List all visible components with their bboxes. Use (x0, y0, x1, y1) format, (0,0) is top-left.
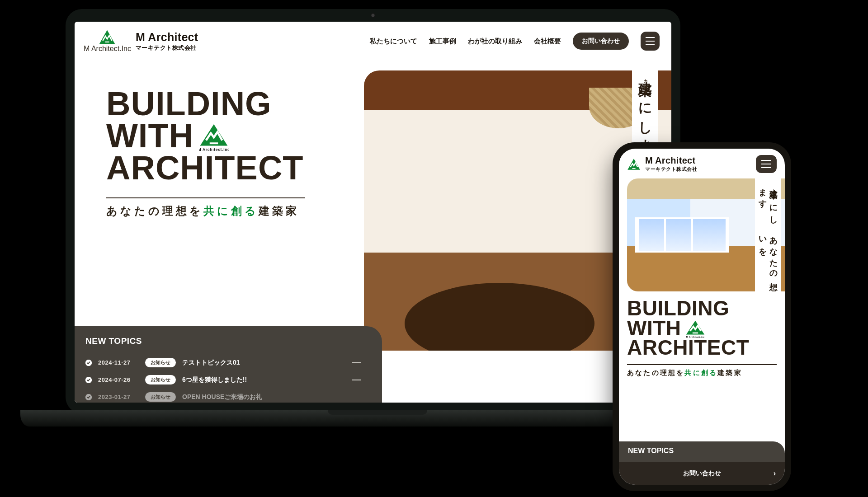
brand-name-ja: マーキテクト株式会社 (136, 44, 198, 52)
topic-badge: お知らせ (145, 392, 176, 402)
topic-badge: お知らせ (145, 358, 176, 367)
topic-date: 2024-07-26 (98, 376, 139, 383)
new-topics-heading: NEW TOPICS (85, 336, 361, 346)
contact-button[interactable]: お問い合わせ › (619, 462, 785, 485)
topic-title: 6つ星を獲得しました!! (182, 376, 247, 384)
chevron-right-icon: › (774, 469, 776, 478)
primary-nav: 私たちについて 施工事例 わが社の取り組み 会社概要 お問い合わせ (370, 32, 660, 51)
topic-row[interactable]: 2024-07-26 お知らせ 6つ星を獲得しました!! (85, 371, 361, 389)
desktop-header: M Architect.Inc M Architect マーキテクト株式会社 私… (75, 22, 671, 61)
hero-photo: あなたの想いを 建築カタチにします (627, 178, 785, 291)
topic-badge: お知らせ (145, 375, 176, 384)
nav-link-company[interactable]: 会社概要 (534, 37, 561, 46)
nav-link-about[interactable]: 私たちについて (370, 37, 417, 46)
nav-link-approach[interactable]: わが社の取り組み (468, 37, 522, 46)
topic-row[interactable]: 2024-11-27 お知らせ テストトピックス01 (85, 354, 361, 371)
mountain-logo-icon: M Architect.Inc (199, 122, 229, 150)
hero-title-line2: WITH (106, 120, 193, 152)
hero-title-line2: WITH (627, 319, 681, 338)
mountain-logo-icon: M Architect.Inc (685, 319, 705, 338)
brand-block[interactable]: M Architect マーキテクト株式会社 (627, 155, 697, 173)
hero-title-line3: ARCHITECT (106, 152, 304, 184)
hamburger-menu-button[interactable] (756, 155, 777, 173)
brand-name-ja: マーキテクト株式会社 (645, 166, 697, 173)
check-circle-icon (85, 377, 92, 383)
topic-date: 2023-01-27 (98, 394, 139, 400)
check-circle-icon (85, 360, 92, 366)
brand-block[interactable]: M Architect.Inc M Architect マーキテクト株式会社 (84, 29, 198, 53)
brand-logo-caption: M Architect.Inc (84, 45, 131, 53)
hero-title-line3: ARCHITECT (627, 338, 749, 358)
new-topics-panel: NEW TOPICS 2024-11-27 お知らせ テストトピックス01 20… (75, 326, 382, 403)
hero-vertical-copy: あなたの想いを 建築カタチにします (755, 178, 781, 291)
phone-device-frame: M Architect マーキテクト株式会社 あなたの想いを 建築カタチにします (613, 142, 791, 491)
minus-icon (352, 380, 361, 380)
mountain-logo-icon (99, 29, 116, 45)
hero-title-line1: BUILDING (627, 299, 729, 319)
new-topics-heading: NEW TOPICS (619, 441, 785, 462)
hamburger-menu-button[interactable] (641, 32, 660, 51)
hero-title-line1: BUILDING (106, 88, 272, 120)
minus-icon (352, 362, 361, 363)
brand-name-en: M Architect (136, 31, 198, 44)
nav-link-works[interactable]: 施工事例 (429, 37, 456, 46)
laptop-device-frame: M Architect.Inc M Architect マーキテクト株式会社 私… (66, 9, 680, 413)
hero-subtitle: あなたの理想を共に創る建築家 (627, 369, 777, 377)
check-circle-icon (85, 394, 92, 400)
hero-section: BUILDING WITH M Architect.Inc ARCHITECT … (75, 61, 671, 298)
contact-button[interactable]: お問い合わせ (573, 33, 629, 50)
topic-date: 2024-11-27 (98, 359, 139, 366)
brand-name-en: M Architect (645, 155, 697, 166)
hero-subtitle: あなたの理想を共に創る建築家 (106, 204, 305, 218)
mobile-header: M Architect マーキテクト株式会社 (619, 149, 785, 176)
laptop-camera-dot (371, 13, 375, 18)
topic-row[interactable]: 2023-01-27 お知らせ OPEN HOUSEご来場のお礼 (85, 389, 361, 403)
topic-title: OPEN HOUSEご来場のお礼 (182, 393, 262, 401)
topic-title: テストトピックス01 (182, 359, 240, 367)
mountain-logo-icon (627, 158, 641, 170)
